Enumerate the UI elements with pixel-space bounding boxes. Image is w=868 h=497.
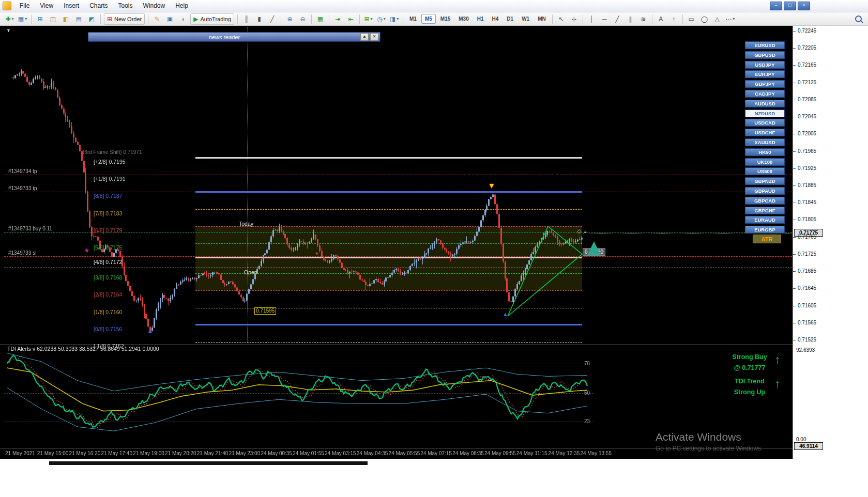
- new-chart-icon[interactable]: ✚▾: [3, 13, 16, 25]
- symbol-button-usdcad[interactable]: USDCAD: [745, 119, 785, 127]
- strategy-tester-icon[interactable]: ◩: [85, 13, 98, 25]
- tdi-scale-bottom: 0.00: [796, 437, 806, 442]
- zoom-out-icon[interactable]: ⊖: [296, 13, 309, 25]
- triangle-drawing[interactable]: [0, 0, 868, 497]
- symbol-button-audusd[interactable]: AUDUSD: [745, 100, 785, 107]
- symbol-button-xauusd[interactable]: XAUUSD: [745, 138, 785, 146]
- toolbar: ✚▾▦▾⊞◫◧▤◩⊞New Order✎▣◖▶AutoTrading║▮╱⊕⊖▦…: [0, 12, 868, 26]
- price-scale[interactable]: 0.71775 92.6393 0.00 46.9114 0.722450.72…: [793, 26, 868, 459]
- terminal-icon[interactable]: ▤: [72, 13, 85, 25]
- timeframe-h1[interactable]: H1: [474, 14, 488, 24]
- timeframe-m30[interactable]: M30: [455, 14, 472, 24]
- symbol-button-hk50[interactable]: HK50: [745, 148, 785, 156]
- horizontal-line-icon[interactable]: ─: [598, 13, 611, 25]
- symbol-button-nzdusd[interactable]: NZDUSD: [745, 110, 785, 117]
- menu-bar: FileViewInsertChartsToolsWindowHelp: [14, 0, 193, 12]
- candlestick-chart-icon[interactable]: ▮: [253, 13, 266, 25]
- templates-icon[interactable]: ◨▾: [388, 13, 401, 25]
- timeframe-m5[interactable]: M5: [421, 14, 436, 24]
- navigator-icon[interactable]: ◧: [59, 13, 72, 25]
- trendline-icon[interactable]: ╱: [611, 13, 624, 25]
- news-reader-window[interactable]: news reader ▲ ✕: [88, 32, 380, 42]
- app-icon: [3, 2, 11, 10]
- periods-icon[interactable]: ◷▾: [375, 13, 388, 25]
- menu-help[interactable]: Help: [170, 0, 193, 12]
- price-tick-label: 0.71605: [798, 303, 816, 308]
- timeframe-mn[interactable]: MN: [534, 14, 550, 24]
- ellipse-icon[interactable]: ◯: [698, 13, 711, 25]
- autotrading-button[interactable]: ▶AutoTrading: [190, 13, 234, 25]
- symbol-button-gbpcad[interactable]: GBPCAD: [745, 197, 785, 205]
- search-icon[interactable]: [852, 13, 865, 25]
- symbol-button-eurjpy[interactable]: EURJPY: [745, 70, 785, 78]
- tile-windows-icon[interactable]: ▦: [314, 13, 327, 25]
- menu-file[interactable]: File: [14, 0, 35, 12]
- profiles-icon[interactable]: ▦▾: [16, 13, 29, 25]
- atr-button[interactable]: ATR: [753, 235, 781, 243]
- symbol-button-us500[interactable]: US500: [745, 167, 785, 175]
- print-icon[interactable]: ▣: [163, 13, 176, 25]
- restore-button[interactable]: □: [784, 2, 796, 10]
- sound-icon-glyph: ◖: [181, 16, 185, 22]
- symbol-button-gbpchf[interactable]: GBPCHF: [745, 207, 785, 214]
- timeframe-w1[interactable]: W1: [518, 14, 533, 24]
- menu-charts[interactable]: Charts: [84, 0, 113, 12]
- symbol-button-gbpaud[interactable]: GBPAUD: [745, 187, 785, 195]
- symbol-button-eurusd[interactable]: EURUSD: [745, 41, 785, 49]
- menu-view[interactable]: View: [35, 0, 58, 12]
- timeframe-m15[interactable]: M15: [437, 14, 454, 24]
- symbol-button-uk100[interactable]: UK100: [745, 158, 785, 166]
- text-icon[interactable]: A: [654, 13, 667, 25]
- minimize-button[interactable]: –: [770, 2, 782, 10]
- price-tick: [793, 323, 796, 323]
- auto-scroll-icon-glyph: ⇥: [335, 16, 340, 22]
- symbol-button-gbpusd[interactable]: GBPUSD: [745, 51, 785, 59]
- price-tag-yellow: 0.71595: [254, 307, 276, 315]
- cursor-icon[interactable]: ↖: [555, 13, 568, 25]
- timeframe-d1[interactable]: D1: [503, 14, 517, 24]
- symbol-button-gbpnzd[interactable]: GBPNZD: [745, 177, 785, 185]
- more-objects-icon[interactable]: ⋯▾: [724, 13, 737, 25]
- bottom-strip: [0, 459, 868, 497]
- metaeditor-icon[interactable]: ✎: [150, 13, 163, 25]
- symbol-button-cadjpy[interactable]: CADJPY: [745, 90, 785, 98]
- ellipse-icon-glyph: ◯: [701, 16, 707, 22]
- close-button[interactable]: ×: [798, 2, 810, 10]
- sound-icon[interactable]: ◖: [176, 13, 189, 25]
- menu-tools[interactable]: Tools: [113, 0, 138, 12]
- price-tick: [793, 271, 796, 272]
- price-tick-label: 0.71645: [798, 285, 816, 291]
- symbol-button-euraud[interactable]: EURAUD: [745, 216, 785, 224]
- bar-chart-icon[interactable]: ║: [240, 13, 253, 25]
- new-order-button[interactable]: ⊞New Order: [104, 13, 145, 25]
- menu-window[interactable]: Window: [138, 0, 171, 12]
- auto-scroll-icon[interactable]: ⇥: [331, 13, 344, 25]
- indicators-icon[interactable]: ⊞▾: [362, 13, 375, 25]
- symbol-button-gbpjpy[interactable]: GBPJPY: [745, 80, 785, 88]
- price-tick: [793, 83, 796, 83]
- arrows-tool-icon[interactable]: ↑: [667, 13, 680, 25]
- menu-insert[interactable]: Insert: [58, 0, 84, 12]
- data-window-icon[interactable]: ◫: [47, 13, 59, 25]
- symbol-button-eurgbp[interactable]: EURGBP: [745, 226, 785, 234]
- buy-arrow-left: ▲: [147, 328, 154, 334]
- mt4-window: FileViewInsertChartsToolsWindowHelp –□× …: [0, 0, 868, 497]
- zoom-in-icon[interactable]: ⊕: [283, 13, 296, 25]
- triangle-icon[interactable]: △: [711, 13, 724, 25]
- vertical-line-icon[interactable]: │: [585, 13, 598, 25]
- symbol-button-usdchf[interactable]: USDCHF: [745, 129, 785, 136]
- navigator-icon-glyph: ◧: [63, 16, 69, 22]
- timeframe-h4[interactable]: H4: [489, 14, 502, 24]
- timeframe-m1[interactable]: M1: [406, 14, 420, 24]
- news-reader-close-button[interactable]: ✕: [370, 33, 378, 41]
- metaeditor-icon-glyph: ✎: [155, 16, 160, 22]
- chart-shift-icon[interactable]: ⇤: [344, 13, 357, 25]
- news-reader-rollup-button[interactable]: ▲: [360, 33, 369, 41]
- symbol-button-usdjpy[interactable]: USDJPY: [745, 61, 785, 69]
- market-watch-icon[interactable]: ⊞: [34, 13, 47, 25]
- rectangle-icon[interactable]: ▭: [685, 13, 698, 25]
- channel-icon[interactable]: ∥: [624, 13, 637, 25]
- crosshair-icon[interactable]: ⊹: [568, 13, 581, 25]
- fibonacci-icon[interactable]: ≋: [637, 13, 650, 25]
- line-chart-icon[interactable]: ╱: [266, 13, 279, 25]
